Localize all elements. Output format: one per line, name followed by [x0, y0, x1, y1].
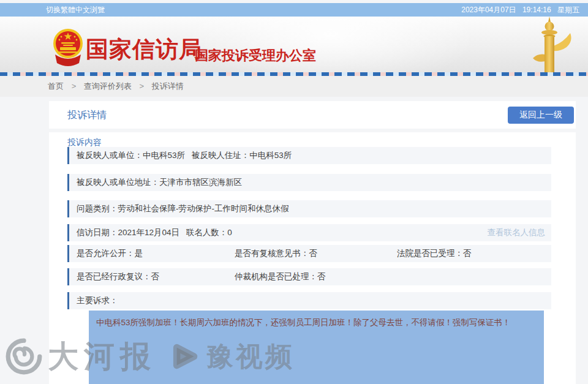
view-cosigners-link[interactable]: 查看联名人信息: [488, 224, 546, 241]
site-header: 国家信访局 国家投诉受理办公室: [0, 17, 588, 72]
field-respondent-unit: 被反映人或单位：中电科53所: [77, 151, 185, 160]
field-row-main-appeal: 主要诉求：: [67, 292, 551, 309]
field-main-appeal-label: 主要诉求：: [77, 296, 118, 305]
complaint-content-card: 投诉内容 被反映人或单位：中电科53所 被反映人住址：中电科53所 被反映人或单…: [49, 132, 576, 384]
field-arbitration-handled: 仲裁机构是否已处理：否: [235, 268, 326, 285]
traditional-chinese-switch-link[interactable]: 切换繁體中文浏覽: [46, 3, 105, 17]
field-row-reconsideration: 是否已经行政复议：否 仲裁机构是否已处理：否: [67, 268, 551, 285]
field-unit-address: 被反映人或单位地址：天津市市辖区滨海新区: [77, 178, 242, 187]
top-utility-bar: 切换繁體中文浏覽 2023年04月07日 19:14:16 星期五: [0, 3, 588, 17]
field-row-public-status: 是否允许公开：是 是否有复核意见书：否 法院是否已受理：否: [67, 245, 551, 262]
breadcrumb-query-list[interactable]: 查询评价列表: [84, 81, 132, 91]
breadcrumb: 首页 > 查询评价列表 > 投诉详情: [0, 76, 588, 97]
field-admin-reconsideration: 是否已经行政复议：否: [77, 272, 159, 281]
field-row-respondent: 被反映人或单位：中电科53所 被反映人住址：中电科53所: [67, 147, 551, 164]
screen: 切换繁體中文浏覽 2023年04月07日 19:14:16 星期五: [0, 0, 588, 384]
complaint-text: 中电科53所强制加班！长期周六加班的情况下，还强制员工周日加班！除了父母去世，不…: [96, 318, 511, 327]
field-issue-category: 问题类别：劳动和社会保障-劳动保护-工作时间和休息休假: [77, 204, 289, 213]
field-row-unit-address: 被反映人或单位地址：天津市市辖区滨海新区: [67, 174, 551, 191]
breadcrumb-current: 投诉详情: [152, 81, 184, 91]
office-subtitle: 国家投诉受理办公室: [195, 47, 316, 65]
back-to-previous-button[interactable]: 返回上一级: [508, 107, 574, 124]
national-emblem-icon: [51, 28, 85, 69]
field-allow-public: 是否允许公开：是: [77, 249, 143, 258]
breadcrumb-home[interactable]: 首页: [48, 81, 64, 91]
agency-title: 国家信访局: [86, 34, 202, 65]
datetime-text: 2023年04月07日 19:14:16 星期五: [461, 3, 579, 17]
field-review-opinion: 是否有复核意见书：否: [235, 245, 317, 262]
huabiao-pillar-icon: [521, 17, 578, 72]
breadcrumb-separator: >: [72, 81, 77, 91]
complaint-text-highlight: 中电科53所强制加班！长期周六加班的情况下，还强制员工周日加班！除了父母去世，不…: [89, 311, 544, 384]
field-petition-date: 信访日期：2021年12月04日: [77, 228, 179, 237]
page-title: 投诉详情: [67, 109, 107, 122]
field-court-accepted: 法院是否已受理：否: [397, 245, 472, 262]
field-cosigners-count: 联名人数：0: [186, 228, 232, 237]
field-respondent-address: 被反映人住址：中电科53所: [192, 151, 292, 160]
field-row-category: 问题类别：劳动和社会保障-劳动保护-工作时间和休息休假: [67, 200, 551, 217]
title-card: 投诉详情 返回上一级: [49, 101, 576, 129]
dahe-swirl-icon: [5, 337, 43, 376]
field-row-petition-date: 信访日期：2021年12月04日 联名人数：0 查看联名人信息: [67, 224, 551, 241]
breadcrumb-separator: >: [139, 81, 144, 91]
